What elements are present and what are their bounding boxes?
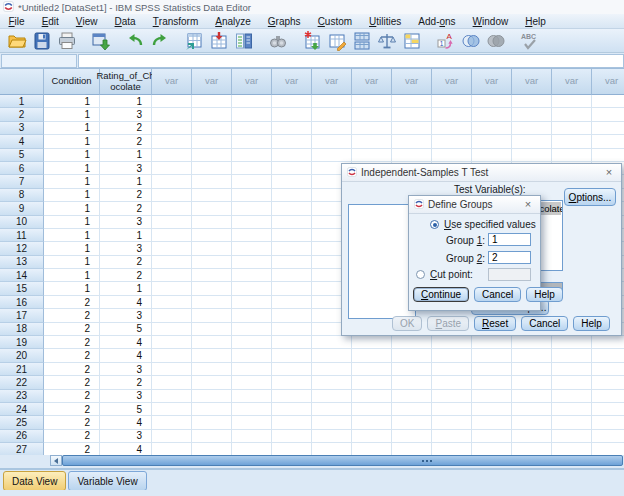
cell-empty[interactable]: [392, 122, 432, 135]
cell-empty[interactable]: [232, 416, 272, 429]
column-header-condition[interactable]: Condition: [44, 68, 100, 95]
cell-empty[interactable]: [152, 162, 192, 175]
cell-rating[interactable]: 2: [100, 122, 152, 135]
cell-empty[interactable]: [592, 108, 624, 121]
cell-empty[interactable]: [192, 229, 232, 242]
cell-rating[interactable]: 1: [100, 149, 152, 162]
cell-empty[interactable]: [152, 269, 192, 282]
split-file-button[interactable]: [349, 30, 374, 52]
row-header-16[interactable]: 16: [0, 296, 44, 309]
row-header-3[interactable]: 3: [0, 122, 44, 135]
cell-empty[interactable]: [232, 390, 272, 403]
cell-empty[interactable]: [192, 95, 232, 108]
cell-empty[interactable]: [552, 336, 592, 349]
cell-empty[interactable]: [232, 175, 272, 188]
cell-empty[interactable]: [192, 390, 232, 403]
cell-empty[interactable]: [232, 242, 272, 255]
define-groups-continue-button[interactable]: Continue: [413, 287, 469, 302]
cell-empty[interactable]: [152, 296, 192, 309]
cell-rating[interactable]: 2: [100, 189, 152, 202]
cell-empty[interactable]: [472, 108, 512, 121]
cell-empty[interactable]: [232, 108, 272, 121]
cell-empty[interactable]: [232, 336, 272, 349]
menu-file[interactable]: File: [0, 14, 33, 28]
cell-empty[interactable]: [592, 390, 624, 403]
cell-empty[interactable]: [152, 309, 192, 322]
cell-empty[interactable]: [152, 189, 192, 202]
column-header-var[interactable]: var: [472, 68, 512, 95]
cell-empty[interactable]: [192, 349, 232, 362]
menu-help[interactable]: Help: [517, 14, 555, 28]
cell-empty[interactable]: [312, 416, 352, 429]
cell-empty[interactable]: [152, 443, 192, 455]
cell-condition[interactable]: 2: [44, 376, 100, 389]
cell-empty[interactable]: [592, 443, 624, 455]
cell-empty[interactable]: [232, 269, 272, 282]
cell-empty[interactable]: [552, 376, 592, 389]
cell-empty[interactable]: [592, 122, 624, 135]
cell-empty[interactable]: [392, 349, 432, 362]
ttest-ok-button[interactable]: OK: [392, 316, 422, 331]
cell-empty[interactable]: [512, 403, 552, 416]
cell-empty[interactable]: [392, 135, 432, 148]
cell-empty[interactable]: [552, 149, 592, 162]
cell-condition[interactable]: 1: [44, 216, 100, 229]
cell-empty[interactable]: [352, 403, 392, 416]
cell-reference-box[interactable]: [1, 54, 77, 68]
cell-empty[interactable]: [592, 336, 624, 349]
cell-empty[interactable]: [152, 216, 192, 229]
menu-addons[interactable]: Add-ons: [410, 14, 464, 28]
cell-condition[interactable]: 2: [44, 403, 100, 416]
cell-empty[interactable]: [152, 416, 192, 429]
cell-empty[interactable]: [272, 242, 312, 255]
show-value-labels-button[interactable]: 1A: [433, 30, 458, 52]
cell-empty[interactable]: [432, 349, 472, 362]
cell-empty[interactable]: [512, 108, 552, 121]
cell-condition[interactable]: 2: [44, 416, 100, 429]
column-header-var[interactable]: var: [192, 68, 232, 95]
cell-empty[interactable]: [272, 376, 312, 389]
cell-empty[interactable]: [232, 216, 272, 229]
ttest-reset-button[interactable]: Reset: [474, 316, 516, 331]
cell-empty[interactable]: [232, 149, 272, 162]
cell-empty[interactable]: [432, 430, 472, 443]
cell-empty[interactable]: [152, 363, 192, 376]
cell-rating[interactable]: 1: [100, 175, 152, 188]
cell-empty[interactable]: [232, 349, 272, 362]
cell-empty[interactable]: [152, 349, 192, 362]
cell-empty[interactable]: [512, 416, 552, 429]
cell-condition[interactable]: 2: [44, 443, 100, 455]
cell-condition[interactable]: 2: [44, 336, 100, 349]
insert-variable-button[interactable]: [324, 30, 349, 52]
cell-condition[interactable]: 1: [44, 189, 100, 202]
cell-rating[interactable]: 4: [100, 336, 152, 349]
cell-empty[interactable]: [472, 95, 512, 108]
cell-empty[interactable]: [592, 135, 624, 148]
cell-empty[interactable]: [312, 135, 352, 148]
row-header-9[interactable]: 9: [0, 202, 44, 215]
cell-rating[interactable]: 2: [100, 202, 152, 215]
ttest-help-button[interactable]: Help: [573, 316, 610, 331]
cell-contents-field[interactable]: [78, 54, 624, 68]
cell-empty[interactable]: [552, 122, 592, 135]
save-button[interactable]: [29, 30, 54, 52]
define-groups-close-icon[interactable]: ×: [521, 199, 535, 210]
cell-empty[interactable]: [152, 202, 192, 215]
cell-rating[interactable]: 2: [100, 256, 152, 269]
tab-variable-view[interactable]: Variable View: [68, 471, 146, 491]
cell-empty[interactable]: [232, 282, 272, 295]
row-header-21[interactable]: 21: [0, 363, 44, 376]
cell-empty[interactable]: [232, 202, 272, 215]
row-header-27[interactable]: 27: [0, 443, 44, 455]
cell-empty[interactable]: [432, 376, 472, 389]
cell-empty[interactable]: [192, 443, 232, 455]
cell-empty[interactable]: [272, 122, 312, 135]
row-header-14[interactable]: 14: [0, 269, 44, 282]
cell-empty[interactable]: [232, 430, 272, 443]
row-header-7[interactable]: 7: [0, 175, 44, 188]
cell-empty[interactable]: [232, 95, 272, 108]
column-header-var[interactable]: var: [392, 68, 432, 95]
column-header-var[interactable]: var: [592, 68, 624, 95]
variables-button[interactable]: [231, 30, 256, 52]
cell-rating[interactable]: 3: [100, 363, 152, 376]
